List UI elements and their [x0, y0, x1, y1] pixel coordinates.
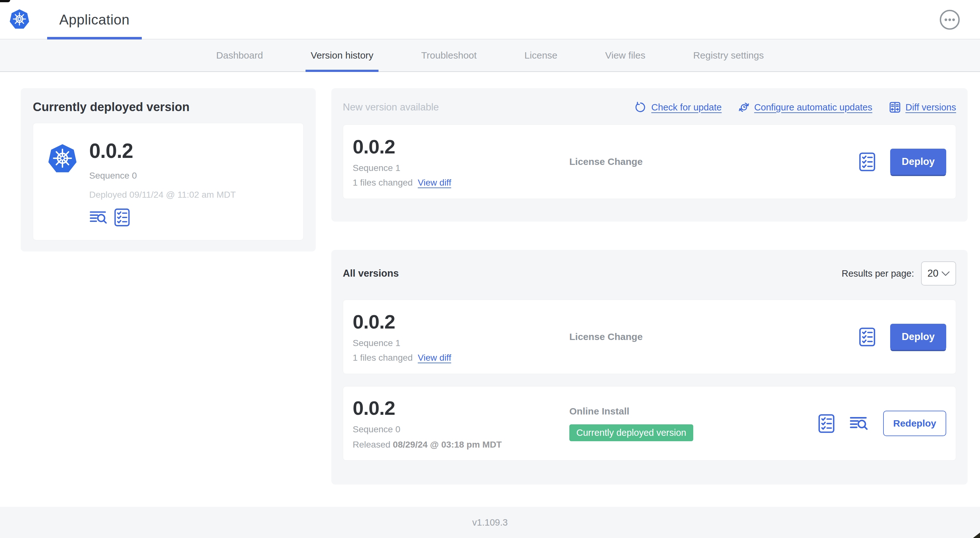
tab-label: License [524, 50, 557, 61]
version-actions: Deploy [859, 300, 946, 374]
app-title: Application [59, 12, 130, 28]
tab-label: Registry settings [693, 50, 764, 61]
diff-columns-icon [889, 101, 901, 113]
configure-automatic-updates-link[interactable]: Configure automatic updates [738, 102, 872, 113]
tab-license[interactable]: License [519, 40, 562, 71]
version-source-column: Online Install Currently deployed versio… [570, 386, 773, 460]
tab-label: Version history [311, 50, 373, 61]
all-versions-header: All versions Results per page: 20 [343, 261, 956, 286]
files-changed-row: 1 files changed View diff [353, 178, 451, 188]
tab-label: Dashboard [216, 50, 263, 61]
version-sequence: Sequence 0 [353, 424, 502, 435]
deploy-button[interactable]: Deploy [890, 324, 946, 350]
chevron-down-icon [942, 271, 950, 276]
redeploy-button[interactable]: Redeploy [883, 411, 946, 436]
ellipsis-circle-icon [939, 9, 960, 30]
deployed-sequence: Sequence 0 [89, 171, 236, 181]
view-preflight-checks-button[interactable] [859, 327, 875, 347]
preflight-checklist-icon [114, 208, 130, 227]
version-number: 0.0.2 [353, 312, 451, 332]
view-deploy-logs-button[interactable] [89, 210, 108, 225]
deploy-button[interactable]: Deploy [890, 149, 946, 175]
version-source-column: License Change [570, 300, 773, 374]
view-preflight-checks-button[interactable] [818, 414, 835, 433]
refresh-icon [635, 102, 647, 113]
version-source: License Change [570, 332, 643, 342]
version-actions: Redeploy [818, 386, 946, 460]
tab-registry-settings[interactable]: Registry settings [688, 40, 769, 71]
preflight-checklist-icon [818, 414, 835, 433]
results-per-page-select[interactable]: 20 [921, 261, 956, 286]
version-row-sequence-1: 0.0.2 Sequence 1 1 files changed View di… [343, 300, 956, 374]
released-prefix: Released [353, 440, 390, 449]
active-app-indicator [47, 37, 142, 40]
currently-deployed-panel: Currently deployed version [21, 88, 316, 251]
tab-version-history[interactable]: Version history [305, 40, 379, 71]
kubernetes-app-icon [47, 144, 78, 174]
deploy-logs-icon [850, 416, 869, 431]
version-sequence: Sequence 1 [353, 163, 451, 173]
view-diff-link[interactable]: View diff [418, 178, 451, 188]
currently-deployed-card: 0.0.2 Sequence 0 Deployed 09/11/24 @ 11:… [33, 123, 304, 240]
preflight-checklist-icon [859, 327, 875, 347]
files-changed-label: 1 files changed [353, 353, 412, 363]
version-number: 0.0.2 [353, 398, 502, 418]
currently-deployed-badge: Currently deployed version [570, 424, 693, 441]
results-per-page-value: 20 [928, 268, 938, 279]
view-diff-link[interactable]: View diff [418, 353, 451, 363]
version-source: Online Install [570, 406, 629, 417]
preflight-checklist-icon [859, 152, 875, 171]
configure-automatic-updates-label: Configure automatic updates [754, 102, 872, 113]
released-date: 08/29/24 @ 03:18 pm MDT [393, 440, 502, 449]
view-preflight-checks-button[interactable] [114, 208, 130, 227]
deployed-actions [89, 208, 236, 227]
deployed-version-info: 0.0.2 Sequence 0 Deployed 09/11/24 @ 11:… [89, 140, 236, 227]
deployed-version-number: 0.0.2 [89, 140, 236, 162]
version-row-sequence-0: 0.0.2 Sequence 0 Released 08/29/24 @ 03:… [343, 386, 956, 461]
version-source: License Change [570, 156, 643, 167]
deploy-logs-icon [89, 210, 108, 225]
app-title-tab[interactable]: Application [47, 0, 142, 40]
version-actions: Deploy [859, 125, 946, 198]
tab-view-files[interactable]: View files [600, 40, 651, 71]
diff-versions-link[interactable]: Diff versions [889, 101, 956, 113]
new-version-title: New version available [343, 102, 439, 113]
new-version-panel: New version available Check for update [331, 88, 967, 222]
files-changed-row: 1 files changed View diff [353, 353, 451, 363]
check-for-update-link[interactable]: Check for update [635, 102, 722, 113]
results-per-page-label: Results per page: [842, 268, 914, 279]
kubernetes-logo-icon [9, 9, 30, 30]
currently-deployed-title: Currently deployed version [33, 100, 304, 114]
version-source-column: License Change [570, 125, 773, 198]
tab-label: View files [605, 50, 646, 61]
released-timestamp: Released 08/29/24 @ 03:18 pm MDT [353, 440, 502, 450]
app-footer: v1.109.3 [0, 507, 980, 538]
check-for-update-label: Check for update [651, 102, 722, 113]
new-version-header: New version available Check for update [343, 100, 956, 115]
more-options-button[interactable] [939, 9, 960, 30]
view-deploy-logs-button[interactable] [850, 416, 869, 431]
update-actions: Check for update Configure automat [635, 101, 956, 113]
tab-dashboard[interactable]: Dashboard [211, 40, 268, 71]
clock-sync-icon [738, 102, 750, 113]
deployed-timestamp: Deployed 09/11/24 @ 11:02 am MDT [89, 190, 236, 200]
version-info: 0.0.2 Sequence 1 1 files changed View di… [353, 136, 451, 188]
kots-admin-version-history-page: Application Dashboard Version history Tr… [0, 0, 980, 538]
tab-troubleshoot[interactable]: Troubleshoot [416, 40, 482, 71]
tab-bar: Dashboard Version history Troubleshoot L… [0, 40, 980, 72]
all-versions-title: All versions [343, 268, 399, 279]
files-changed-label: 1 files changed [353, 178, 412, 188]
diff-versions-label: Diff versions [905, 102, 956, 113]
view-preflight-checks-button[interactable] [859, 152, 875, 171]
window-corner-artifact [0, 0, 10, 2]
console-version-label: v1.109.3 [472, 517, 508, 528]
version-number: 0.0.2 [353, 137, 451, 157]
results-per-page: Results per page: 20 [842, 261, 956, 286]
tab-label: Troubleshoot [421, 50, 477, 61]
new-version-card: 0.0.2 Sequence 1 1 files changed View di… [343, 124, 956, 199]
version-info: 0.0.2 Sequence 1 1 files changed View di… [353, 311, 451, 363]
version-sequence: Sequence 1 [353, 338, 451, 348]
app-header: Application [0, 0, 980, 40]
all-versions-panel: All versions Results per page: 20 0.0.2 … [331, 250, 967, 484]
version-info: 0.0.2 Sequence 0 Released 08/29/24 @ 03:… [353, 397, 502, 450]
